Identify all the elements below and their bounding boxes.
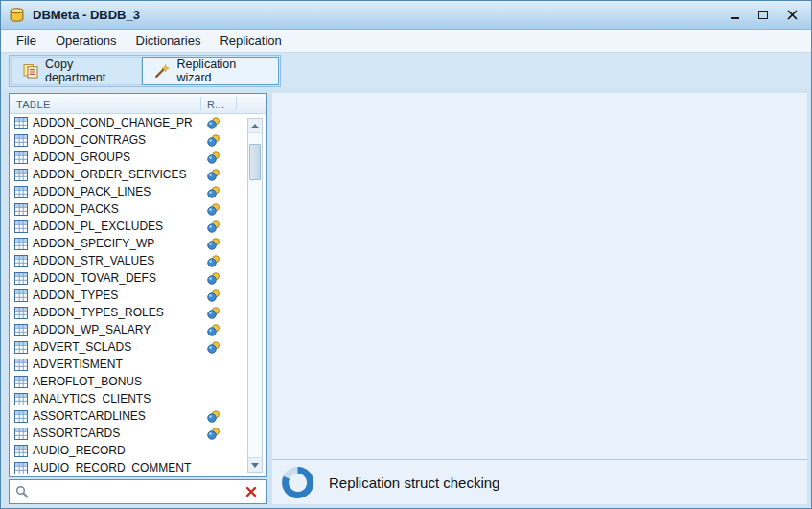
replication-icon <box>207 341 220 354</box>
replication-icon <box>207 428 220 440</box>
scrollbar-thumb[interactable] <box>249 144 261 180</box>
table-row[interactable]: ADDON_SPECIFY_WP <box>10 235 266 252</box>
replication-icon <box>207 410 220 423</box>
column-header-replication[interactable]: R... <box>207 94 224 114</box>
table-icon <box>14 169 28 181</box>
table-row[interactable]: ADDON_COND_CHANGE_PR <box>10 114 266 131</box>
replication-icon <box>207 203 220 216</box>
replication-icon <box>207 289 220 302</box>
toolbar: Copy department Replication wizard <box>1 53 811 89</box>
close-icon <box>787 10 798 20</box>
table-row[interactable]: ADDON_PACK_LINES <box>10 183 266 200</box>
column-separator <box>236 97 237 110</box>
maximize-button[interactable] <box>755 8 771 23</box>
table-row[interactable]: ADDON_PACKS <box>10 200 266 218</box>
table-name: ANALYTICS_CLIENTS <box>33 392 151 405</box>
replication-icon <box>207 238 220 250</box>
table-icon <box>14 151 28 164</box>
table-icon <box>14 462 28 474</box>
menu-bar: File Operations Dictionaries Replication <box>1 30 811 53</box>
table-name: ADVERT_SCLADS <box>33 340 131 354</box>
search-input[interactable] <box>35 482 243 501</box>
clear-search-button[interactable] <box>243 483 260 500</box>
title-bar[interactable]: DBMeta - DBDB_3 <box>1 1 811 30</box>
menu-item-file[interactable]: File <box>7 30 46 52</box>
table-icon <box>14 376 28 388</box>
replication-icon <box>207 117 220 129</box>
replication-icon <box>207 272 220 285</box>
table-row[interactable]: ADDON_TYPES_ROLES <box>10 304 266 321</box>
table-name: ADDON_PL_EXCLUDES <box>33 220 163 233</box>
replication-icon <box>207 186 220 198</box>
replication-icon <box>207 307 220 319</box>
table-icon <box>14 289 28 302</box>
database-app-icon <box>9 7 26 23</box>
table-row[interactable]: ADDON_TOVAR_DEFS <box>10 269 266 287</box>
table-row[interactable]: ADDON_TYPES <box>10 287 266 304</box>
table-icon <box>14 220 28 233</box>
menu-item-replication[interactable]: Replication <box>210 30 290 52</box>
table-name: ADVERTISMENT <box>33 358 123 371</box>
table-icon <box>14 410 28 423</box>
table-row[interactable]: ADVERTISMENT <box>10 356 266 373</box>
minimize-icon <box>731 17 739 19</box>
arrow-down-icon <box>251 463 259 468</box>
table-row[interactable]: ADVERT_SCLADS <box>10 338 266 356</box>
copy-department-label: Copy department <box>45 58 129 84</box>
table-row[interactable]: ADDON_CONTRAGS <box>10 131 266 149</box>
table-icon <box>14 393 28 405</box>
table-row[interactable]: ADDON_GROUPS <box>10 149 266 166</box>
table-icon <box>14 186 28 198</box>
table-row[interactable]: AUDIO_RECORD_COMMENT <box>10 459 266 476</box>
table-name: ADDON_SPECIFY_WP <box>33 237 154 250</box>
table-icon <box>14 255 28 267</box>
table-icon <box>14 307 28 319</box>
vertical-scrollbar[interactable] <box>247 118 263 473</box>
table-row[interactable]: ADDON_WP_SALARY <box>10 321 266 338</box>
table-name: AUDIO_RECORD_COMMENT <box>33 461 191 474</box>
maximize-icon <box>758 11 768 19</box>
replication-wizard-icon <box>154 63 170 79</box>
table-icon <box>14 341 28 354</box>
scroll-down-button[interactable] <box>248 457 262 472</box>
table-name: ASSORTCARDS <box>33 427 120 440</box>
column-separator <box>200 97 201 110</box>
table-row[interactable]: AEROFLOT_BONUS <box>10 373 266 390</box>
table-name: ADDON_CONTRAGS <box>33 133 146 147</box>
copy-department-button[interactable]: Copy department <box>11 57 142 85</box>
clear-x-icon <box>245 486 257 497</box>
table-name: ADDON_STR_VALUES <box>33 254 154 267</box>
table-name: ADDON_WP_SALARY <box>33 323 151 336</box>
table-row[interactable]: ANALYTICS_CLIENTS <box>10 390 266 407</box>
table-name: AEROFLOT_BONUS <box>33 375 142 388</box>
replication-icon <box>207 151 220 164</box>
close-button[interactable] <box>784 8 800 23</box>
table-row[interactable]: ASSORTCARDLINES <box>10 407 266 425</box>
table-name: ASSORTCARDLINES <box>33 409 146 423</box>
table-row[interactable]: ASSORTCARDS <box>10 425 266 442</box>
table-icon <box>14 238 28 250</box>
copy-department-icon <box>23 63 38 79</box>
minimize-button[interactable] <box>727 8 742 23</box>
progress-spinner-icon <box>280 465 315 500</box>
table-row[interactable]: ADDON_STR_VALUES <box>10 252 266 269</box>
table-icon <box>14 359 28 371</box>
replication-wizard-button[interactable]: Replication wizard <box>142 57 279 85</box>
search-icon <box>15 485 29 498</box>
arrow-up-icon <box>251 124 259 128</box>
menu-item-operations[interactable]: Operations <box>46 30 127 52</box>
table-row[interactable]: ADDON_PL_EXCLUDES <box>10 218 266 235</box>
table-name: ADDON_PACK_LINES <box>33 185 151 198</box>
table-row[interactable]: AUDIO_RECORD <box>10 442 266 459</box>
column-header-table[interactable]: TABLE <box>16 94 51 114</box>
menu-item-dictionaries[interactable]: Dictionaries <box>127 30 211 52</box>
replication-icon <box>207 324 220 336</box>
table-row[interactable]: ADDON_ORDER_SERVICES <box>10 166 266 183</box>
table-icon <box>14 428 28 440</box>
table-icon <box>14 445 28 457</box>
replication-wizard-label: Replication wizard <box>176 58 267 84</box>
table-name: ADDON_GROUPS <box>33 150 130 164</box>
table-name: ADDON_ORDER_SERVICES <box>33 168 187 181</box>
scroll-up-button[interactable] <box>248 119 262 133</box>
table-name: ADDON_TYPES_ROLES <box>33 306 164 319</box>
